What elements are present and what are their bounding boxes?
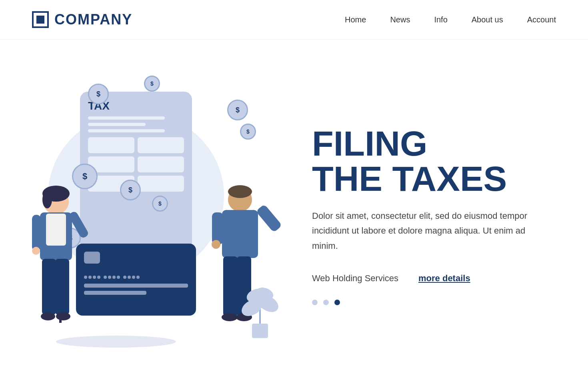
svg-rect-12 <box>59 316 62 323</box>
hero-title-line1: FILING <box>312 124 427 163</box>
hero-title-line2: THE TAXES <box>312 159 507 198</box>
coin-1: $ <box>88 84 109 104</box>
shadow-ellipse <box>56 336 176 348</box>
coin-2: $ <box>144 76 160 92</box>
nav-info[interactable]: Info <box>434 15 447 24</box>
card-number <box>84 276 188 279</box>
dot-2[interactable] <box>323 300 329 305</box>
coin-3: $ <box>227 100 248 120</box>
svg-rect-15 <box>222 210 258 258</box>
nav-home[interactable]: Home <box>345 15 366 24</box>
svg-point-10 <box>41 312 55 320</box>
svg-point-2 <box>42 191 52 208</box>
plant-icon <box>240 276 280 340</box>
nav-account[interactable]: Account <box>527 15 556 24</box>
tax-cell-4 <box>138 156 184 172</box>
svg-rect-17 <box>256 204 282 233</box>
dots-indicator <box>312 300 556 305</box>
tax-line-1 <box>88 116 165 120</box>
svg-rect-23 <box>252 324 268 338</box>
logo[interactable]: COMPANY <box>32 11 132 28</box>
tax-line-3 <box>88 129 165 132</box>
svg-point-7 <box>32 247 40 255</box>
hero-illustration: TAX <box>16 60 288 372</box>
more-details-link[interactable]: more details <box>418 273 470 284</box>
svg-point-18 <box>212 240 220 249</box>
svg-point-11 <box>56 312 70 320</box>
svg-rect-8 <box>42 259 56 315</box>
tax-cell-2 <box>138 137 184 153</box>
coin-6: $ <box>152 196 168 212</box>
card-line-1 <box>84 284 188 288</box>
coin-8: $ <box>240 124 256 140</box>
tax-cell-6 <box>138 176 184 192</box>
nav-news[interactable]: News <box>390 15 410 24</box>
right-content: FILING THE TAXES Dolor sit amet, consect… <box>288 102 588 329</box>
hero-title: FILING THE TAXES <box>312 126 556 196</box>
dot-1[interactable] <box>312 300 318 305</box>
logo-icon <box>32 11 49 28</box>
dot-3[interactable] <box>334 300 340 305</box>
svg-rect-16 <box>212 212 223 244</box>
svg-point-21 <box>222 313 238 321</box>
cta-text: Web Holding Services <box>312 273 398 284</box>
svg-rect-5 <box>32 215 41 251</box>
main-content: TAX <box>0 40 588 392</box>
cta-row: Web Holding Services more details <box>312 273 556 284</box>
svg-rect-9 <box>55 259 69 315</box>
coin-5: $ <box>120 180 141 200</box>
person-woman <box>28 180 96 348</box>
main-nav: Home News Info About us Account <box>345 15 556 24</box>
nav-about[interactable]: About us <box>472 15 503 24</box>
svg-rect-19 <box>223 256 238 316</box>
svg-rect-4 <box>46 214 66 246</box>
logo-text: COMPANY <box>54 11 132 28</box>
tax-line-2 <box>88 123 146 126</box>
svg-point-14 <box>228 185 252 198</box>
hero-description: Dolor sit amet, consectetur elit, sed do… <box>312 208 536 253</box>
tax-cell-1 <box>88 137 134 153</box>
